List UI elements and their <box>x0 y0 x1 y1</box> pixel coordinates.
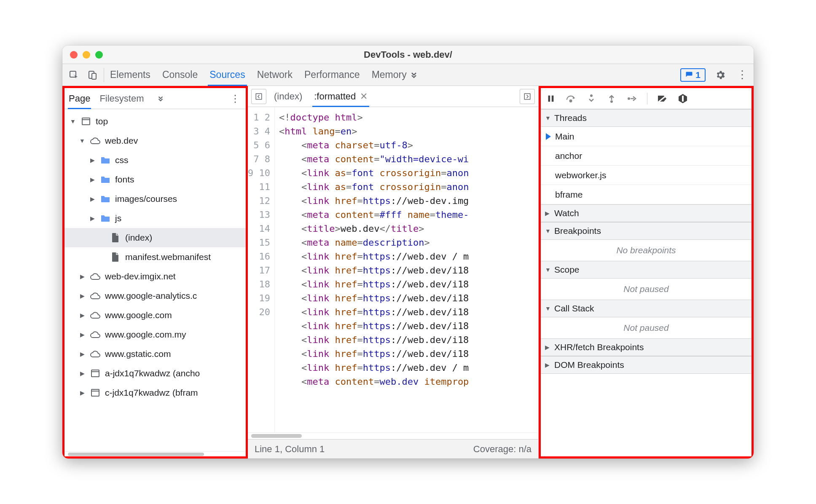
svg-rect-5 <box>91 389 99 396</box>
tab-elements[interactable]: Elements <box>110 64 150 86</box>
coverage-status: Coverage: n/a <box>473 444 531 455</box>
tab-memory[interactable]: Memory <box>372 64 407 86</box>
tree-node[interactable]: ▶www.gstatic.com <box>64 344 246 364</box>
frame-icon <box>90 368 101 379</box>
navigator-more-tabs-icon[interactable] <box>153 95 168 102</box>
section-dom-breakpoints[interactable]: ▶DOM Breakpoints <box>541 356 752 374</box>
tree-node[interactable]: ▶a-jdx1q7kwadwz (ancho <box>64 364 246 383</box>
section-threads[interactable]: ▼Threads <box>541 109 752 127</box>
frame-icon <box>81 116 91 127</box>
editor-pane: (index):formatted✕ 1 2 3 4 5 6 7 8 9 10 … <box>248 86 539 458</box>
tree-horizontal-scrollbar[interactable] <box>64 451 246 456</box>
cloud-icon <box>90 349 101 359</box>
step-into-icon[interactable] <box>585 93 597 105</box>
tree-node[interactable]: ▶js <box>64 209 246 228</box>
folder-icon <box>100 193 111 204</box>
frame-icon <box>90 387 101 398</box>
cloud-icon <box>90 310 101 321</box>
svg-rect-8 <box>548 95 550 102</box>
settings-icon[interactable] <box>713 68 727 82</box>
tab-sources[interactable]: Sources <box>209 64 245 86</box>
inspect-element-icon[interactable] <box>67 68 81 82</box>
editor-tab[interactable]: :formatted✕ <box>314 86 368 107</box>
debugger-pane: ▼ThreadsMainanchorwebworker.jsbframe▶Wat… <box>539 86 754 458</box>
file-icon <box>110 252 121 263</box>
folder-icon <box>100 155 111 166</box>
svg-point-13 <box>628 97 630 100</box>
nav-history-back-icon[interactable] <box>251 89 266 104</box>
tab-network[interactable]: Network <box>257 64 293 86</box>
tree-node-label: manifest.webmanifest <box>125 252 211 262</box>
tree-node[interactable]: ▶css <box>64 150 246 170</box>
tree-node[interactable]: ▼web.dev <box>64 131 246 150</box>
thread-row[interactable]: bframe <box>541 185 752 204</box>
tree-node[interactable]: ▶c-jdx1q7kwadwz (bfram <box>64 383 246 402</box>
section-breakpoints[interactable]: ▼Breakpoints <box>541 222 752 240</box>
section-empty-text: No breakpoints <box>541 240 752 261</box>
tree-node-label: web-dev.imgix.net <box>105 271 176 281</box>
navigator-pane: PageFilesystem ⋮ ▼top▼web.dev▶css▶fonts▶… <box>62 86 248 458</box>
cloud-icon <box>90 135 101 146</box>
section-xhr-fetch-breakpoints[interactable]: ▶XHR/fetch Breakpoints <box>541 338 752 356</box>
tree-node[interactable]: ▶www.google-analytics.c <box>64 286 246 306</box>
editor-horizontal-scrollbar[interactable] <box>248 432 538 439</box>
pause-icon[interactable] <box>545 93 557 105</box>
window-title: DevTools - web.dev/ <box>62 49 754 60</box>
issues-badge[interactable]: 1 <box>680 68 706 82</box>
tab-console[interactable]: Console <box>162 64 198 86</box>
tree-node-label: (index) <box>125 233 152 243</box>
pause-on-exceptions-icon[interactable] <box>677 93 689 105</box>
tree-node-label: www.gstatic.com <box>105 349 171 359</box>
svg-rect-6 <box>256 94 262 99</box>
folder-icon <box>100 174 111 185</box>
nav-history-forward-icon[interactable] <box>520 89 535 104</box>
code-content[interactable]: <!doctype html> <html lang=en> <meta cha… <box>275 107 538 432</box>
kebab-menu-icon[interactable]: ⋮ <box>735 68 749 82</box>
section-empty-text: Not paused <box>541 317 752 338</box>
tree-node[interactable]: (index) <box>64 228 246 247</box>
tree-node[interactable]: manifest.webmanifest <box>64 247 246 267</box>
cloud-icon <box>90 271 101 282</box>
thread-row[interactable]: webworker.js <box>541 166 752 185</box>
file-tree[interactable]: ▼top▼web.dev▶css▶fonts▶images/courses▶js… <box>64 109 246 451</box>
editor-tab[interactable]: (index) <box>274 86 302 107</box>
navigator-menu-icon[interactable]: ⋮ <box>229 93 242 105</box>
thread-row[interactable]: Main <box>541 127 752 146</box>
step-out-icon[interactable] <box>606 93 617 105</box>
code-editor[interactable]: 1 2 3 4 5 6 7 8 9 10 11 12 13 14 15 16 1… <box>248 107 538 432</box>
cloud-icon <box>90 290 101 301</box>
tree-node[interactable]: ▶www.google.com <box>64 306 246 325</box>
editor-statusbar: Line 1, Column 1 Coverage: n/a <box>248 439 538 458</box>
section-scope[interactable]: ▼Scope <box>541 261 752 279</box>
main-toolbar: ElementsConsoleSourcesNetworkPerformance… <box>62 64 754 86</box>
svg-rect-9 <box>552 95 554 102</box>
tree-node[interactable]: ▶www.google.com.my <box>64 325 246 344</box>
navigator-tab-filesystem[interactable]: Filesystem <box>99 88 144 109</box>
tree-node[interactable]: ▶fonts <box>64 170 246 189</box>
tree-node[interactable]: ▶web-dev.imgix.net <box>64 267 246 286</box>
line-gutter: 1 2 3 4 5 6 7 8 9 10 11 12 13 14 15 16 1… <box>248 107 275 432</box>
issues-count: 1 <box>695 70 701 80</box>
section-empty-text: Not paused <box>541 279 752 300</box>
device-toolbar-icon[interactable] <box>85 68 99 82</box>
tab-performance[interactable]: Performance <box>304 64 360 86</box>
navigator-tab-page[interactable]: Page <box>69 88 90 109</box>
svg-point-12 <box>610 100 613 103</box>
tree-node-label: c-jdx1q7kwadwz (bfram <box>105 388 198 398</box>
close-tab-icon[interactable]: ✕ <box>360 91 368 102</box>
tree-node-label: a-jdx1q7kwadwz (ancho <box>105 368 200 378</box>
step-over-icon[interactable] <box>565 93 577 105</box>
folder-icon <box>100 213 111 224</box>
section-watch[interactable]: ▶Watch <box>541 204 752 222</box>
section-call-stack[interactable]: ▼Call Stack <box>541 300 752 317</box>
step-icon[interactable] <box>626 93 638 105</box>
tree-node[interactable]: ▼top <box>64 112 246 131</box>
tree-node[interactable]: ▶images/courses <box>64 189 246 209</box>
panel-tabs: ElementsConsoleSourcesNetworkPerformance… <box>110 64 407 86</box>
titlebar: DevTools - web.dev/ <box>62 46 754 64</box>
tree-node-label: fonts <box>115 174 134 185</box>
deactivate-breakpoints-icon[interactable] <box>657 93 668 105</box>
more-tabs-icon[interactable] <box>407 71 421 79</box>
file-icon <box>110 232 121 243</box>
thread-row[interactable]: anchor <box>541 146 752 166</box>
